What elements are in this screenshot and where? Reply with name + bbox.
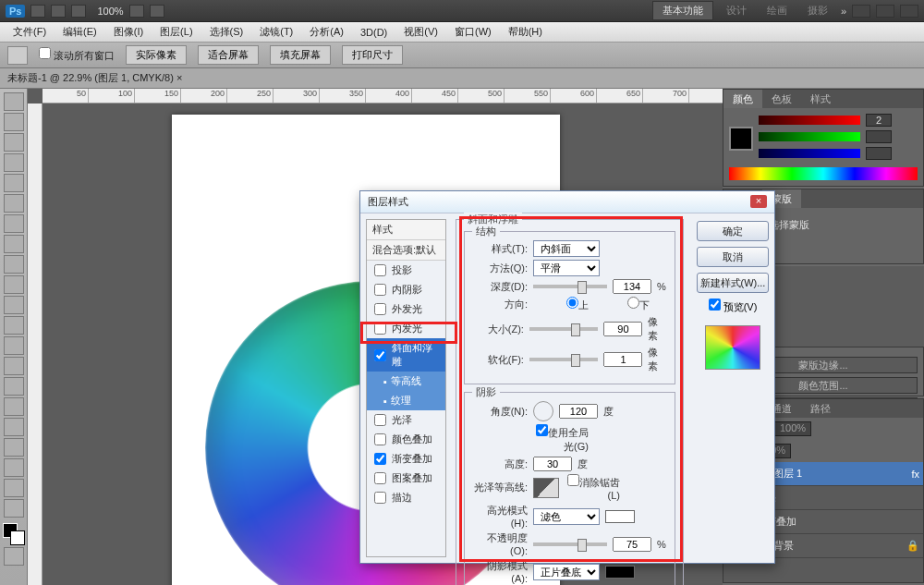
arrange-icon[interactable]: [71, 5, 86, 18]
angle-input[interactable]: [559, 404, 598, 419]
wand-tool-icon[interactable]: [4, 153, 24, 172]
path-tool-icon[interactable]: [4, 418, 24, 436]
tab-swatches[interactable]: 色板: [762, 90, 801, 108]
method-select[interactable]: 平滑: [533, 260, 600, 276]
menu-window[interactable]: 窗口(W): [447, 23, 499, 41]
size-input[interactable]: [603, 322, 642, 336]
min-icon[interactable]: [852, 5, 870, 18]
mb-icon[interactable]: [51, 5, 66, 18]
opacity-value[interactable]: 100%: [774, 421, 811, 436]
shadow-color[interactable]: [605, 566, 635, 579]
bridge-icon[interactable]: [30, 5, 45, 18]
altitude-input[interactable]: [533, 457, 572, 471]
gloss-contour[interactable]: [533, 478, 559, 498]
fill-screen-button[interactable]: 填充屏幕: [270, 45, 331, 65]
blue-slider[interactable]: [759, 149, 860, 158]
cancel-button[interactable]: 取消: [697, 247, 769, 267]
green-value[interactable]: [866, 130, 892, 143]
3d-tool-icon[interactable]: [4, 458, 24, 477]
fg-bg-swatch[interactable]: [3, 523, 25, 545]
style-item-dropshadow[interactable]: 投影: [367, 261, 445, 280]
size-slider[interactable]: [529, 327, 599, 331]
eyedropper-tool-icon[interactable]: [4, 194, 24, 213]
max-icon[interactable]: [876, 5, 894, 18]
hand-tool-icon[interactable]: [4, 479, 24, 497]
hand-icon[interactable]: [7, 46, 28, 65]
green-slider[interactable]: [759, 132, 860, 141]
menu-edit[interactable]: 编辑(E): [55, 23, 104, 41]
history-tool-icon[interactable]: [4, 275, 24, 294]
style-item-gradientoverlay[interactable]: 渐变叠加: [367, 449, 445, 469]
close-icon[interactable]: [900, 5, 918, 18]
global-light-checkbox[interactable]: 使用全局光(G): [533, 424, 589, 454]
type-tool-icon[interactable]: [4, 397, 24, 416]
fg-swatch[interactable]: [729, 127, 753, 151]
preview-checkbox[interactable]: 预览(V): [709, 299, 758, 314]
menu-help[interactable]: 帮助(H): [501, 23, 550, 41]
menu-select[interactable]: 选择(S): [202, 23, 251, 41]
scroll-all-checkbox[interactable]: 滚动所有窗口: [39, 47, 115, 63]
gradient-tool-icon[interactable]: [4, 316, 24, 335]
new-style-button[interactable]: 新建样式(W)...: [697, 273, 769, 293]
red-value[interactable]: 2: [866, 114, 892, 127]
document-tab[interactable]: 未标题-1 @ 22.9% (图层 1, CMYK/8) ×: [0, 68, 924, 89]
soften-slider[interactable]: [529, 358, 599, 361]
style-select[interactable]: 内斜面: [533, 240, 600, 257]
shape-tool-icon[interactable]: [4, 438, 24, 457]
blur-tool-icon[interactable]: [4, 336, 24, 355]
anti-alias-checkbox[interactable]: 消除锯齿(L): [565, 474, 620, 501]
menu-view[interactable]: 视图(V): [396, 23, 445, 41]
workspace-essentials[interactable]: 基本功能: [652, 1, 713, 20]
lasso-tool-icon[interactable]: [4, 133, 24, 152]
crop-tool-icon[interactable]: [4, 174, 24, 192]
menu-filter[interactable]: 滤镜(T): [252, 23, 300, 41]
zoom-tool-icon[interactable]: [4, 499, 24, 518]
soften-input[interactable]: [603, 352, 642, 367]
blue-value[interactable]: [866, 147, 892, 160]
style-item-outerglow[interactable]: 外发光: [367, 299, 445, 319]
move-tool-icon[interactable]: [4, 92, 24, 111]
menu-3d[interactable]: 3D(D): [353, 25, 395, 40]
style-item-satin[interactable]: 光泽: [367, 410, 445, 430]
depth-input[interactable]: [613, 279, 651, 294]
pen-tool-icon[interactable]: [4, 377, 24, 396]
style-item-innershadow[interactable]: 内阴影: [367, 280, 445, 299]
brush-tool-icon[interactable]: [4, 235, 24, 253]
style-item-stroke[interactable]: 描边: [367, 488, 445, 507]
depth-slider[interactable]: [533, 285, 607, 288]
eraser-tool-icon[interactable]: [4, 296, 24, 314]
red-slider[interactable]: [759, 116, 860, 125]
angle-dial[interactable]: [533, 401, 553, 421]
hand-icon[interactable]: [129, 5, 144, 18]
heal-tool-icon[interactable]: [4, 214, 24, 233]
workspace-link[interactable]: 设计: [726, 4, 747, 18]
dialog-title-bar[interactable]: 图层样式 ×: [360, 191, 774, 213]
ok-button[interactable]: 确定: [697, 221, 769, 241]
shadow-mode-select[interactable]: 正片叠底: [533, 564, 600, 580]
menu-image[interactable]: 图像(I): [106, 23, 151, 41]
marquee-tool-icon[interactable]: [4, 113, 24, 131]
rotate-icon[interactable]: [150, 5, 164, 18]
print-size-button[interactable]: 打印尺寸: [342, 45, 403, 65]
dir-down-radio[interactable]: 下: [594, 297, 650, 312]
highlight-opacity-input[interactable]: [613, 537, 651, 552]
tab-paths[interactable]: 路径: [801, 399, 840, 418]
quickmask-icon[interactable]: [4, 547, 24, 566]
menu-layer[interactable]: 图层(L): [152, 23, 200, 41]
highlight-color[interactable]: [605, 510, 635, 523]
tab-styles[interactable]: 样式: [801, 90, 840, 108]
workspace-link[interactable]: 绘画: [767, 4, 787, 18]
zoom-level[interactable]: 100%: [97, 6, 123, 17]
menu-file[interactable]: 文件(F): [6, 23, 54, 41]
tab-color[interactable]: 颜色: [723, 90, 762, 108]
style-item-patternoverlay[interactable]: 图案叠加: [367, 469, 445, 488]
dir-up-radio[interactable]: 上: [533, 297, 589, 312]
style-item-texture[interactable]: ▪纹理: [367, 391, 445, 410]
close-icon[interactable]: ×: [750, 195, 767, 208]
style-item-contour[interactable]: ▪等高线: [367, 372, 445, 391]
style-item-bevel[interactable]: 斜面和浮雕: [367, 338, 445, 372]
highlight-mode-select[interactable]: 滤色: [533, 508, 600, 525]
workspace-link[interactable]: 摄影: [808, 4, 828, 18]
spectrum-bar[interactable]: [729, 167, 918, 180]
dodge-tool-icon[interactable]: [4, 357, 24, 375]
